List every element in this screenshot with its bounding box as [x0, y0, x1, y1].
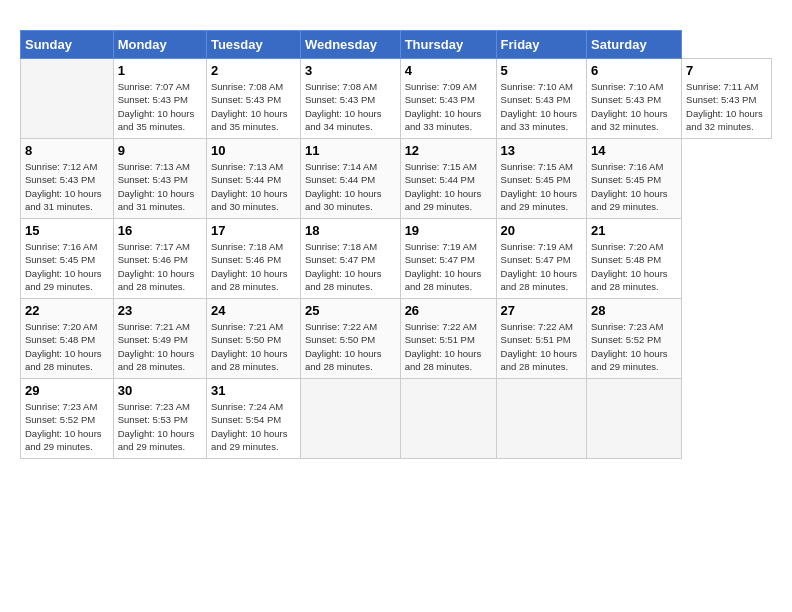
day-number: 26	[405, 303, 492, 318]
day-number: 31	[211, 383, 296, 398]
day-info: Sunrise: 7:11 AMSunset: 5:43 PMDaylight:…	[686, 80, 767, 133]
day-info: Sunrise: 7:21 AMSunset: 5:50 PMDaylight:…	[211, 320, 296, 373]
calendar-day: 10Sunrise: 7:13 AMSunset: 5:44 PMDayligh…	[206, 139, 300, 219]
day-info: Sunrise: 7:23 AMSunset: 5:53 PMDaylight:…	[118, 400, 202, 453]
day-number: 3	[305, 63, 396, 78]
day-info: Sunrise: 7:14 AMSunset: 5:44 PMDaylight:…	[305, 160, 396, 213]
day-number: 14	[591, 143, 677, 158]
calendar-day: 11Sunrise: 7:14 AMSunset: 5:44 PMDayligh…	[300, 139, 400, 219]
day-number: 21	[591, 223, 677, 238]
day-number: 5	[501, 63, 582, 78]
day-number: 28	[591, 303, 677, 318]
day-number: 8	[25, 143, 109, 158]
day-info: Sunrise: 7:23 AMSunset: 5:52 PMDaylight:…	[591, 320, 677, 373]
day-info: Sunrise: 7:19 AMSunset: 5:47 PMDaylight:…	[501, 240, 582, 293]
calendar-day: 2Sunrise: 7:08 AMSunset: 5:43 PMDaylight…	[206, 59, 300, 139]
day-info: Sunrise: 7:24 AMSunset: 5:54 PMDaylight:…	[211, 400, 296, 453]
day-info: Sunrise: 7:22 AMSunset: 5:50 PMDaylight:…	[305, 320, 396, 373]
calendar-day: 5Sunrise: 7:10 AMSunset: 5:43 PMDaylight…	[496, 59, 586, 139]
calendar-day: 20Sunrise: 7:19 AMSunset: 5:47 PMDayligh…	[496, 219, 586, 299]
day-info: Sunrise: 7:07 AMSunset: 5:43 PMDaylight:…	[118, 80, 202, 133]
calendar-day: 14Sunrise: 7:16 AMSunset: 5:45 PMDayligh…	[586, 139, 681, 219]
day-number: 12	[405, 143, 492, 158]
calendar-day: 16Sunrise: 7:17 AMSunset: 5:46 PMDayligh…	[113, 219, 206, 299]
day-number: 27	[501, 303, 582, 318]
calendar-day	[300, 379, 400, 459]
calendar-week-row: 8Sunrise: 7:12 AMSunset: 5:43 PMDaylight…	[21, 139, 772, 219]
day-info: Sunrise: 7:19 AMSunset: 5:47 PMDaylight:…	[405, 240, 492, 293]
day-info: Sunrise: 7:10 AMSunset: 5:43 PMDaylight:…	[591, 80, 677, 133]
calendar-day: 27Sunrise: 7:22 AMSunset: 5:51 PMDayligh…	[496, 299, 586, 379]
calendar-day: 12Sunrise: 7:15 AMSunset: 5:44 PMDayligh…	[400, 139, 496, 219]
day-info: Sunrise: 7:08 AMSunset: 5:43 PMDaylight:…	[305, 80, 396, 133]
calendar-day: 6Sunrise: 7:10 AMSunset: 5:43 PMDaylight…	[586, 59, 681, 139]
day-number: 29	[25, 383, 109, 398]
day-number: 7	[686, 63, 767, 78]
calendar-day: 18Sunrise: 7:18 AMSunset: 5:47 PMDayligh…	[300, 219, 400, 299]
day-number: 6	[591, 63, 677, 78]
day-info: Sunrise: 7:16 AMSunset: 5:45 PMDaylight:…	[591, 160, 677, 213]
day-info: Sunrise: 7:13 AMSunset: 5:44 PMDaylight:…	[211, 160, 296, 213]
day-info: Sunrise: 7:12 AMSunset: 5:43 PMDaylight:…	[25, 160, 109, 213]
calendar-day: 24Sunrise: 7:21 AMSunset: 5:50 PMDayligh…	[206, 299, 300, 379]
day-number: 15	[25, 223, 109, 238]
day-info: Sunrise: 7:22 AMSunset: 5:51 PMDaylight:…	[501, 320, 582, 373]
calendar-week-row: 22Sunrise: 7:20 AMSunset: 5:48 PMDayligh…	[21, 299, 772, 379]
day-number: 25	[305, 303, 396, 318]
day-info: Sunrise: 7:17 AMSunset: 5:46 PMDaylight:…	[118, 240, 202, 293]
day-info: Sunrise: 7:16 AMSunset: 5:45 PMDaylight:…	[25, 240, 109, 293]
column-header-friday: Friday	[496, 31, 586, 59]
day-number: 13	[501, 143, 582, 158]
calendar-day: 3Sunrise: 7:08 AMSunset: 5:43 PMDaylight…	[300, 59, 400, 139]
day-number: 2	[211, 63, 296, 78]
day-number: 11	[305, 143, 396, 158]
day-number: 4	[405, 63, 492, 78]
calendar-day: 26Sunrise: 7:22 AMSunset: 5:51 PMDayligh…	[400, 299, 496, 379]
day-info: Sunrise: 7:18 AMSunset: 5:47 PMDaylight:…	[305, 240, 396, 293]
day-number: 24	[211, 303, 296, 318]
calendar-day	[21, 59, 114, 139]
day-info: Sunrise: 7:15 AMSunset: 5:45 PMDaylight:…	[501, 160, 582, 213]
column-header-wednesday: Wednesday	[300, 31, 400, 59]
day-number: 19	[405, 223, 492, 238]
calendar-day: 23Sunrise: 7:21 AMSunset: 5:49 PMDayligh…	[113, 299, 206, 379]
calendar-day: 28Sunrise: 7:23 AMSunset: 5:52 PMDayligh…	[586, 299, 681, 379]
calendar-day	[496, 379, 586, 459]
day-number: 30	[118, 383, 202, 398]
calendar-day: 9Sunrise: 7:13 AMSunset: 5:43 PMDaylight…	[113, 139, 206, 219]
calendar-day: 25Sunrise: 7:22 AMSunset: 5:50 PMDayligh…	[300, 299, 400, 379]
calendar-day: 19Sunrise: 7:19 AMSunset: 5:47 PMDayligh…	[400, 219, 496, 299]
day-number: 10	[211, 143, 296, 158]
calendar-day: 7Sunrise: 7:11 AMSunset: 5:43 PMDaylight…	[682, 59, 772, 139]
calendar-day: 8Sunrise: 7:12 AMSunset: 5:43 PMDaylight…	[21, 139, 114, 219]
day-info: Sunrise: 7:21 AMSunset: 5:49 PMDaylight:…	[118, 320, 202, 373]
calendar-day: 1Sunrise: 7:07 AMSunset: 5:43 PMDaylight…	[113, 59, 206, 139]
day-number: 20	[501, 223, 582, 238]
column-header-saturday: Saturday	[586, 31, 681, 59]
day-number: 18	[305, 223, 396, 238]
calendar-day: 30Sunrise: 7:23 AMSunset: 5:53 PMDayligh…	[113, 379, 206, 459]
calendar-day: 13Sunrise: 7:15 AMSunset: 5:45 PMDayligh…	[496, 139, 586, 219]
calendar-day: 4Sunrise: 7:09 AMSunset: 5:43 PMDaylight…	[400, 59, 496, 139]
day-info: Sunrise: 7:10 AMSunset: 5:43 PMDaylight:…	[501, 80, 582, 133]
column-header-monday: Monday	[113, 31, 206, 59]
day-number: 1	[118, 63, 202, 78]
calendar-day: 31Sunrise: 7:24 AMSunset: 5:54 PMDayligh…	[206, 379, 300, 459]
column-header-tuesday: Tuesday	[206, 31, 300, 59]
calendar-header-row: SundayMondayTuesdayWednesdayThursdayFrid…	[21, 31, 772, 59]
calendar-table: SundayMondayTuesdayWednesdayThursdayFrid…	[20, 30, 772, 459]
calendar-week-row: 1Sunrise: 7:07 AMSunset: 5:43 PMDaylight…	[21, 59, 772, 139]
calendar-day: 17Sunrise: 7:18 AMSunset: 5:46 PMDayligh…	[206, 219, 300, 299]
day-info: Sunrise: 7:13 AMSunset: 5:43 PMDaylight:…	[118, 160, 202, 213]
calendar-week-row: 15Sunrise: 7:16 AMSunset: 5:45 PMDayligh…	[21, 219, 772, 299]
day-number: 16	[118, 223, 202, 238]
column-header-sunday: Sunday	[21, 31, 114, 59]
column-header-thursday: Thursday	[400, 31, 496, 59]
calendar-week-row: 29Sunrise: 7:23 AMSunset: 5:52 PMDayligh…	[21, 379, 772, 459]
day-info: Sunrise: 7:15 AMSunset: 5:44 PMDaylight:…	[405, 160, 492, 213]
day-number: 9	[118, 143, 202, 158]
calendar-day: 15Sunrise: 7:16 AMSunset: 5:45 PMDayligh…	[21, 219, 114, 299]
day-info: Sunrise: 7:18 AMSunset: 5:46 PMDaylight:…	[211, 240, 296, 293]
day-info: Sunrise: 7:23 AMSunset: 5:52 PMDaylight:…	[25, 400, 109, 453]
day-number: 22	[25, 303, 109, 318]
